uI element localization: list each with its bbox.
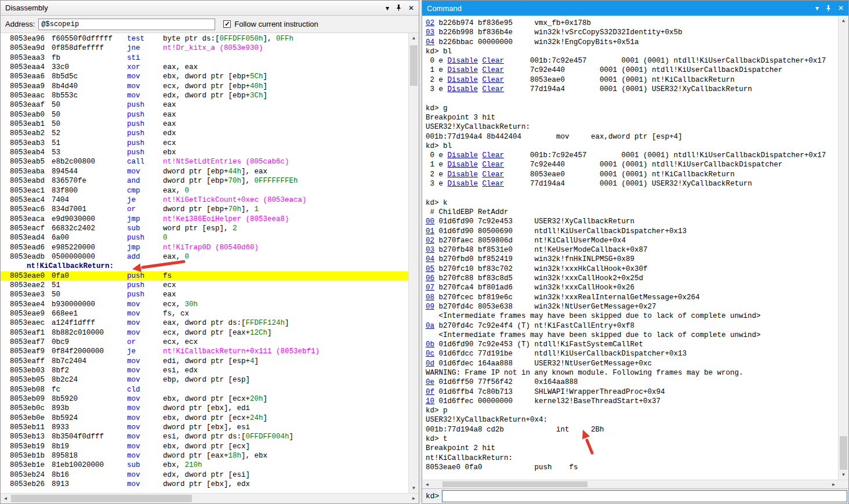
asm-row[interactable]: 8053eae350pusheax <box>1 290 408 299</box>
scrollbar-thumb[interactable] <box>840 436 847 470</box>
command-link[interactable]: Disable <box>448 85 478 93</box>
command-link[interactable]: 0d <box>426 360 434 368</box>
asm-label-row[interactable]: nt!KiCallbackReturn: <box>1 262 408 271</box>
command-input[interactable] <box>442 490 847 502</box>
scrollbar-track[interactable] <box>432 480 829 488</box>
asm-row[interactable]: 8053ea9d0f858dfeffffjnent!Dr_kitx_a (805… <box>1 43 408 53</box>
command-link[interactable]: 04 <box>426 38 434 46</box>
command-link[interactable]: 07 <box>426 284 434 292</box>
scrollbar-track[interactable] <box>10 494 409 503</box>
command-link[interactable]: Clear <box>482 171 505 179</box>
asm-row[interactable]: 8053eb268913movdword ptr [ebx], edx <box>1 480 408 489</box>
asm-row[interactable]: 8053eab5e8b2c00800callnt!NtSetLdtEntries… <box>1 157 408 166</box>
asm-row[interactable]: 8053eaa68b5d5cmovebx, dword ptr [ebp+5Ch… <box>1 72 408 81</box>
command-link[interactable]: Clear <box>482 57 505 65</box>
scrollbar-track[interactable] <box>409 43 419 483</box>
asm-row[interactable]: 8053eaaf50pusheax <box>1 100 408 110</box>
scroll-down-icon[interactable]: ▼ <box>409 483 419 493</box>
follow-checkbox[interactable]: ✓ <box>223 20 231 28</box>
scroll-left-icon[interactable]: ◄ <box>422 480 432 488</box>
asm-row[interactable]: 8053eb1e81eb10020000subebx, 210h <box>1 461 408 470</box>
command-link[interactable]: 0e <box>426 378 434 386</box>
command-link[interactable]: Disable <box>448 76 478 84</box>
asm-row[interactable]: 8053eab150pusheax <box>1 119 408 129</box>
asm-row[interactable]: 8053eadb0500000000addeax, 0 <box>1 252 408 262</box>
address-input[interactable] <box>38 19 215 30</box>
command-titlebar[interactable]: Command ▾ ✕ <box>422 1 848 16</box>
asm-row[interactable]: 8053eaff8b7c2404movedi, dword ptr [esp+4… <box>1 357 408 366</box>
pin-icon[interactable] <box>825 5 832 12</box>
asm-row[interactable]: 8053eaeca124f1dfffmoveax, dword ptr ds:[… <box>1 318 408 328</box>
scroll-up-icon[interactable]: ▲ <box>409 33 419 43</box>
asm-row[interactable]: 8053eabd836570feanddword ptr [ebp+70h], … <box>1 176 408 186</box>
command-link[interactable]: Clear <box>482 85 505 93</box>
menu-chevron-icon[interactable]: ▾ <box>815 5 819 12</box>
asm-row[interactable]: 8053eab050pusheax <box>1 110 408 119</box>
asm-row[interactable]: 8053eb08fccld <box>1 385 408 394</box>
asm-row[interactable]: 8053eae251pushecx <box>1 281 408 290</box>
command-link[interactable]: Disable <box>448 161 478 169</box>
asm-row[interactable]: 8053eaa3fbsti <box>1 53 408 63</box>
asm-row[interactable]: 8053ea96f60550f0dffffftestbyte ptr ds:[0… <box>1 34 408 43</box>
command-link[interactable]: 09 <box>426 303 434 311</box>
asm-row[interactable]: 8053eb118933movdword ptr [ebx], esi <box>1 423 408 432</box>
command-link[interactable]: 03 <box>426 28 434 37</box>
command-link[interactable]: 01 <box>426 227 434 235</box>
asm-row[interactable]: 8053ead46a00push0 <box>1 233 408 242</box>
asm-row[interactable]: 8053eae00fa0pushfs <box>1 271 408 281</box>
command-link[interactable]: Clear <box>482 180 505 188</box>
command-link[interactable]: Disable <box>448 57 478 65</box>
asm-row[interactable]: 8053eae4b930000000movecx, 30h <box>1 300 408 309</box>
command-link[interactable]: Disable <box>448 180 478 188</box>
asm-row[interactable]: 8053eaa433c0xoreax, eax <box>1 63 408 72</box>
command-link[interactable]: Disable <box>448 151 478 159</box>
command-link[interactable]: 02 <box>426 237 434 245</box>
asm-row[interactable]: 8053eb0c893bmovdword ptr [ebx], edi <box>1 404 408 413</box>
scrollbar-thumb[interactable] <box>410 45 418 86</box>
pin-icon[interactable] <box>396 5 402 11</box>
asm-row[interactable]: 8053eaf70bc9orecx, ecx <box>1 338 408 347</box>
command-link[interactable]: 05 <box>426 265 434 273</box>
command-link[interactable]: 0b <box>426 340 434 349</box>
asm-row[interactable]: 8053eaac8b553cmovedx, dword ptr [ebp+3Ch… <box>1 91 408 100</box>
asm-row[interactable]: 8053eab453pushebx <box>1 148 408 157</box>
close-icon[interactable]: ✕ <box>408 5 414 12</box>
command-link[interactable]: Disable <box>448 171 478 179</box>
command-link[interactable]: Clear <box>482 151 505 159</box>
asm-row[interactable]: 8053eae9668ee1movfs, cx <box>1 309 408 318</box>
close-icon[interactable]: ✕ <box>838 5 844 12</box>
asm-row[interactable]: 8053eaf90f84f2000000jent!KiCallbackRetur… <box>1 347 408 356</box>
command-link[interactable]: 0a <box>426 322 434 330</box>
scrollbar-thumb[interactable] <box>442 481 587 487</box>
asm-row[interactable]: 8053eaba894544movdword ptr [ebp+44h], ea… <box>1 167 408 176</box>
asm-row[interactable]: 8053eb1b895818movdword ptr [eax+18h], eb… <box>1 451 408 461</box>
command-link[interactable]: 10 <box>426 397 434 405</box>
command-link[interactable]: 04 <box>426 255 434 263</box>
asm-row[interactable]: 8053eab351pushecx <box>1 139 408 148</box>
command-link[interactable]: 06 <box>426 274 434 282</box>
asm-row[interactable]: 8053eaf18b882c010000movecx, dword ptr [e… <box>1 328 408 338</box>
command-link[interactable]: 0f <box>426 388 434 396</box>
menu-chevron-icon[interactable]: ▾ <box>386 5 389 12</box>
command-link[interactable]: 00 <box>426 217 434 226</box>
asm-row[interactable]: 8053eb248b16movedx, dword ptr [esi] <box>1 470 408 480</box>
command-link[interactable]: 02 <box>426 19 434 27</box>
command-link[interactable]: Clear <box>482 76 505 84</box>
scroll-down-icon[interactable]: ▼ <box>839 470 848 480</box>
asm-row[interactable]: 8053eb038bf2movesi, edx <box>1 366 408 375</box>
asm-row[interactable]: 8053eaa98b4d40movecx, dword ptr [ebp+40h… <box>1 82 408 91</box>
disassembly-horizontal-scrollbar[interactable]: ◄ ► <box>1 493 419 503</box>
asm-row[interactable]: 8053eac47404jent!KiGetTickCount+0xec (80… <box>1 195 408 205</box>
scroll-right-icon[interactable]: ► <box>829 480 839 488</box>
scrollbar-thumb[interactable] <box>11 495 192 502</box>
scrollbar-track[interactable] <box>839 26 848 470</box>
scroll-left-icon[interactable]: ◄ <box>1 494 10 503</box>
command-link[interactable]: Clear <box>482 66 505 74</box>
asm-row[interactable]: 8053eb098b5920movebx, dword ptr [ecx+20h… <box>1 394 408 404</box>
command-link[interactable]: 0c <box>426 350 434 358</box>
asm-row[interactable]: 8053eb198b19movebx, dword ptr [ecx] <box>1 442 408 451</box>
command-horizontal-scrollbar[interactable]: ◄ ► <box>422 480 848 488</box>
asm-row[interactable]: 8053eb138b3504f0dfffmovesi, dword ptr ds… <box>1 432 408 441</box>
asm-row[interactable]: 8053ead6e985220000jmpnt!KiTrap0D (80540d… <box>1 243 408 252</box>
command-link[interactable]: Clear <box>482 161 505 169</box>
